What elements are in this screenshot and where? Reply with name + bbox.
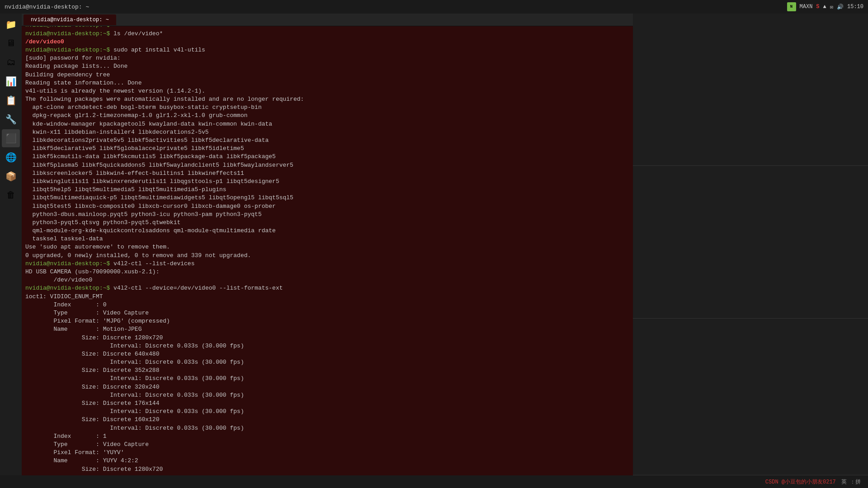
terminal-line: Building dependency tree — [25, 71, 629, 79]
terminal-line: python3-pyqt5.qtsvg python3-pyqt5.qtwebk… — [25, 219, 629, 227]
terminal-line: [sudo] password for nvidia: — [25, 54, 629, 62]
terminal-line: libqt5test5 libxcb-composite0 libxcb-cur… — [25, 202, 629, 211]
trash-icon[interactable]: 🗑 — [2, 186, 20, 204]
terminal-line: kwin-x11 libdebian-installer4 libkdecora… — [25, 128, 629, 136]
terminal-line: libkf5declarative5 libkf5globalaccelpriv… — [25, 145, 629, 153]
right-panel-bot — [633, 319, 868, 475]
terminal-line: Use 'sudo apt autoremove' to remove them… — [25, 243, 629, 251]
terminal-tab[interactable]: nvidia@nvidia-desktop: ~ — [24, 14, 116, 25]
main-layout: 📁🖥🗂📊📋🔧⬛🌐📦🗑 nvidia@nvidia-desktop: ~ nvid… — [0, 14, 868, 475]
terminal-line: nvidia@nvidia-desktop:~$ ls /dev/video* — [25, 30, 629, 38]
terminal-line: Interval: Discrete 0.033s (30.000 fps) — [25, 375, 629, 383]
terminal-line: Interval: Discrete 0.033s (30.000 fps) — [25, 391, 629, 399]
terminal-line: Interval: Discrete 0.033s (30.000 fps) — [25, 342, 629, 350]
ime-label: 英 ：拼 — [841, 478, 861, 486]
terminal-line: Interval: Discrete 0.033s (30.000 fps) — [25, 408, 629, 416]
titlebar: nvidia@nvidia-desktop: ~ N MAXN S ▲ ✉ 🔊 … — [0, 0, 868, 14]
terminal-line: /dev/video0 — [25, 276, 629, 284]
terminal-line: python3-dbus.mainloop.pyqt5 python3-icu … — [25, 211, 629, 219]
terminal-line: kde-window-manager kpackagetool5 kwaylan… — [25, 120, 629, 128]
terminal-line: Reading package lists... Done — [25, 62, 629, 70]
terminal-icon[interactable]: ⬛ — [2, 129, 20, 147]
maxn-label: MAXN — [800, 4, 813, 10]
terminal-line: /dev/video0 — [25, 38, 629, 46]
app6-icon[interactable]: 📦 — [2, 167, 20, 185]
terminal-line: nvidia@nvidia-desktop:~$ — [25, 26, 629, 30]
app4-icon[interactable]: 📋 — [2, 91, 20, 109]
terminal-line: libkf5plasma5 libkf5quickaddons5 libkf5w… — [25, 161, 629, 169]
clock-display: 15:10 — [847, 4, 863, 10]
right-panels — [633, 14, 868, 475]
terminal-line: Size: Discrete 176x144 — [25, 399, 629, 408]
nvidia-logo-icon: N — [787, 2, 796, 11]
terminal-line: libkwinglutils11 libkwinxrenderutils11 l… — [25, 178, 629, 186]
terminal-line: Type : Video Capture — [25, 441, 629, 449]
terminal-line: Interval: Discrete 0.033s (30.000 fps) — [25, 358, 629, 366]
terminal-line: 0 upgraded, 0 newly installed, 0 to remo… — [25, 252, 629, 260]
sidebar: 📁🖥🗂📊📋🔧⬛🌐📦🗑 — [0, 14, 22, 475]
terminal-line: nvidia@nvidia-desktop:~$ v4l2-ctl --list… — [25, 260, 629, 268]
terminal-line: ioctl: VIDIOC_ENUM_FMT — [25, 293, 629, 301]
terminal-line: libkscreenlocker5 libkwin4-effect-builti… — [25, 169, 629, 178]
volume-icon: 🔊 — [837, 4, 844, 10]
terminal-line: libkf5kcmutils-data libkf5kcmutils5 libk… — [25, 153, 629, 161]
app2-icon[interactable]: 🗂 — [2, 53, 20, 71]
terminal-line: qml-module-org-kde-kquickcontrolsaddons … — [25, 227, 629, 235]
terminal-line: Name : YUYV 4:2:2 — [25, 457, 629, 465]
sohu-icon: S — [816, 4, 819, 10]
terminal-line: Size: Discrete 1280x720 — [25, 334, 629, 342]
app5-icon[interactable]: 🔧 — [2, 110, 20, 128]
terminal-line: Name : Motion-JPEG — [25, 325, 629, 333]
terminal-line: Pixel Format: 'MJPG' (compressed) — [25, 317, 629, 325]
wifi-icon: ▲ — [823, 4, 826, 10]
terminal-line: libqt5multimediaquick-p5 libqt5multimedi… — [25, 194, 629, 202]
terminal-line: Size: Discrete 320x240 — [25, 383, 629, 391]
terminal-line: HD USB CAMERA (usb-70090000.xusb-2.1): — [25, 268, 629, 276]
terminal-line: Size: Discrete 640x480 — [25, 350, 629, 358]
terminal-line: dpkg-repack glr1.2-timezonemap-1.0 glr1.… — [25, 112, 629, 120]
terminal-title: nvidia@nvidia-desktop: ~ — [5, 4, 89, 10]
terminal-line: Size: Discrete 1280x720 — [25, 465, 629, 474]
terminal-line: libqt5help5 libqt5multimedia5 libqt5mult… — [25, 186, 629, 194]
terminal-line: nvidia@nvidia-desktop:~$ sudo apt instal… — [25, 46, 629, 54]
terminal-line: libkdecorations2private5v5 libkf5activit… — [25, 136, 629, 145]
terminal-line: nvidia@nvidia-desktop:~$ v4l2-ctl --devi… — [25, 284, 629, 292]
terminal-line: apt-clone archdetect-deb bogl-bterm busy… — [25, 103, 629, 112]
terminal-line: Type : Video Capture — [25, 309, 629, 317]
system-tray: N MAXN S ▲ ✉ 🔊 15:10 — [787, 2, 863, 11]
tab-bar: nvidia@nvidia-desktop: ~ — [22, 14, 633, 26]
right-panel-mid — [633, 166, 868, 318]
browser-icon[interactable]: 🌐 — [2, 148, 20, 166]
app1-icon[interactable]: 🖥 — [2, 34, 20, 52]
terminal-line: Index : 1 — [25, 432, 629, 441]
terminal-line: Index : 0 — [25, 301, 629, 309]
app3-icon[interactable]: 📊 — [2, 72, 20, 90]
terminal-line: Pixel Format: 'YUYV' — [25, 449, 629, 457]
terminal-line: The following packages were automaticall… — [25, 95, 629, 103]
terminal-line: Interval: Discrete 0.033s (30.000 fps) — [25, 424, 629, 432]
terminal-line: Size: Discrete 352x288 — [25, 366, 629, 375]
right-panel-top — [633, 14, 868, 166]
bottom-bar: CSDN @小豆包的小朋友0217 英 ：拼 — [0, 475, 868, 488]
terminal-line: tasksel tasksel-data — [25, 235, 629, 243]
terminal-line: Size: Discrete 160x120 — [25, 416, 629, 424]
csdn-badge: CSDN @小豆包的小朋友0217 — [765, 478, 836, 486]
mail-icon: ✉ — [830, 4, 833, 10]
terminal-tab-label: nvidia@nvidia-desktop: ~ — [31, 17, 109, 23]
files-icon[interactable]: 📁 — [2, 15, 20, 33]
terminal-content[interactable]: nvidia@nvidia-desktop:~$ ls /dev/video*l… — [22, 26, 633, 475]
terminal-area: nvidia@nvidia-desktop: ~ nvidia@nvidia-d… — [22, 14, 633, 475]
terminal-line: v4l-utils is already the newest version … — [25, 87, 629, 95]
terminal-line: Reading state information... Done — [25, 79, 629, 87]
